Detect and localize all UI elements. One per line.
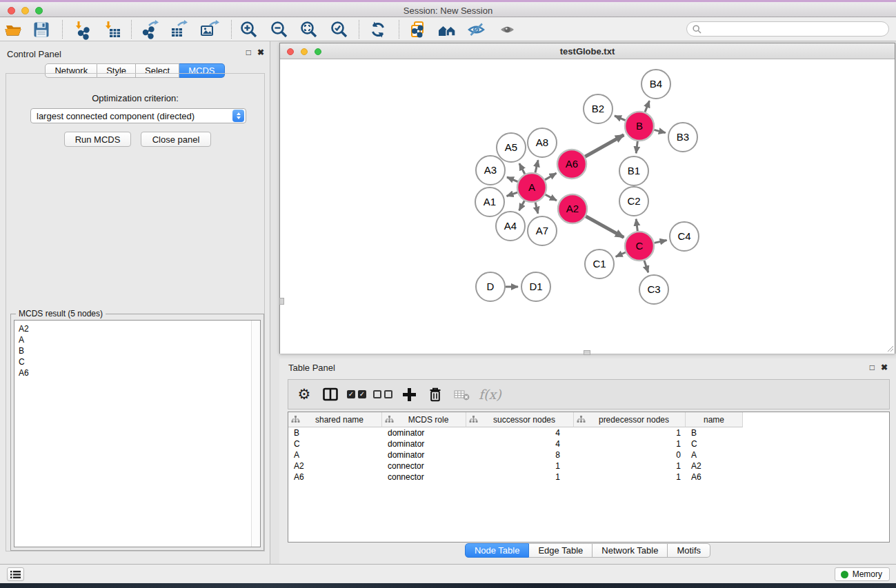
- refresh-layout-button[interactable]: [366, 19, 390, 39]
- graph-node-B4[interactable]: B4: [641, 70, 670, 99]
- table-row[interactable]: Cdominator41C: [288, 438, 889, 449]
- mcds-result-list[interactable]: A2ABCA6: [14, 320, 261, 547]
- edge-A2-C[interactable]: [586, 216, 624, 238]
- graph-node-B[interactable]: B: [625, 112, 654, 141]
- graph-node-A7[interactable]: A7: [528, 216, 557, 245]
- column-header-MCDS-role[interactable]: MCDS role: [382, 412, 466, 427]
- graph-node-B3[interactable]: B3: [668, 123, 697, 152]
- graph-node-A5[interactable]: A5: [497, 133, 526, 162]
- graph-node-B1[interactable]: B1: [619, 156, 648, 185]
- edge-B-B3[interactable]: [654, 130, 665, 132]
- graph-node-A3[interactable]: A3: [476, 156, 505, 185]
- function-builder-button[interactable]: f(x): [479, 387, 501, 402]
- graph-node-A2[interactable]: A2: [558, 194, 587, 223]
- edge-A-A1[interactable]: [507, 192, 518, 196]
- node-table[interactable]: shared name MCDS role successor nodes pr…: [288, 412, 890, 543]
- column-header-name[interactable]: name: [686, 412, 743, 427]
- edge-A-A2[interactable]: [545, 194, 557, 201]
- column-header-successor-nodes[interactable]: successor nodes: [466, 412, 574, 427]
- first-neighbors-button[interactable]: [435, 19, 459, 39]
- table-row[interactable]: Bdominator41B: [288, 427, 889, 438]
- window-resize-grip[interactable]: [886, 344, 894, 352]
- edge-A-A7[interactable]: [535, 202, 538, 213]
- optimization-criterion-dropdown[interactable]: largest connected component (directed): [30, 108, 246, 123]
- add-column-button[interactable]: [399, 383, 419, 406]
- deselect-all-button[interactable]: [372, 383, 393, 406]
- edge-B-B1[interactable]: [636, 141, 637, 153]
- edge-A-A6[interactable]: [545, 173, 557, 180]
- splitter-handle-left[interactable]: [279, 298, 284, 305]
- table-row[interactable]: A6connector11A6: [288, 472, 889, 483]
- select-all-button[interactable]: ✓✓: [346, 383, 367, 406]
- column-header-shared-name[interactable]: shared name: [288, 412, 382, 427]
- search-input[interactable]: [705, 24, 888, 34]
- table-row[interactable]: A2connector11A2: [288, 460, 889, 472]
- settings-button[interactable]: ⚙: [294, 383, 315, 406]
- tab-node-table[interactable]: Node Table: [465, 543, 530, 558]
- delete-column-button[interactable]: [425, 383, 446, 406]
- graph-node-C1[interactable]: C1: [585, 250, 614, 278]
- mcds-result-item[interactable]: A6: [19, 367, 260, 378]
- edge-A6-B[interactable]: [585, 135, 624, 157]
- network-window-titlebar[interactable]: testGlobe.txt: [280, 43, 895, 59]
- export-table-button[interactable]: [168, 19, 191, 39]
- run-mcds-button[interactable]: Run MCDS: [64, 132, 131, 147]
- edge-A-A3[interactable]: [507, 177, 518, 182]
- edge-A-A4[interactable]: [519, 201, 525, 210]
- edge-A-A5[interactable]: [519, 163, 525, 174]
- graph-node-A6[interactable]: A6: [557, 150, 586, 179]
- zoom-selected-button[interactable]: [328, 19, 351, 39]
- edge-B-B2[interactable]: [615, 116, 626, 121]
- tab-network-table[interactable]: Network Table: [593, 543, 668, 558]
- tab-edge-table[interactable]: Edge Table: [529, 543, 593, 558]
- zoom-in-button[interactable]: [237, 19, 261, 39]
- tab-motifs[interactable]: Motifs: [668, 543, 710, 558]
- network-canvas[interactable]: B4B2BB3A5A8A6A3B1AA1C2A2A4A7C4CC1C3DD1: [280, 60, 895, 354]
- task-history-button[interactable]: [7, 567, 24, 581]
- graph-node-A1[interactable]: A1: [475, 187, 504, 216]
- graph-node-C[interactable]: C: [625, 232, 654, 261]
- result-scrollbar[interactable]: [251, 321, 260, 547]
- save-session-button[interactable]: [30, 19, 53, 39]
- clone-network-button[interactable]: [406, 19, 430, 39]
- mcds-result-item[interactable]: B: [19, 345, 260, 356]
- edge-B-B4[interactable]: [645, 101, 649, 112]
- column-header-predecessor-nodes[interactable]: predecessor nodes: [574, 412, 686, 427]
- graph-node-C4[interactable]: C4: [670, 222, 699, 251]
- graph-node-C3[interactable]: C3: [639, 275, 668, 304]
- zoom-fit-button[interactable]: [297, 19, 321, 39]
- graph-node-A[interactable]: A: [517, 173, 546, 202]
- graph-node-A8[interactable]: A8: [528, 128, 557, 157]
- search-field[interactable]: [686, 21, 889, 37]
- splitter-handle-bottom[interactable]: [584, 350, 590, 355]
- show-all-button[interactable]: [496, 19, 519, 39]
- mcds-result-item[interactable]: A: [19, 334, 260, 345]
- delete-table-button[interactable]: [451, 383, 472, 406]
- float-panel-icon[interactable]: □: [870, 363, 875, 372]
- close-panel-icon[interactable]: ✖: [881, 363, 888, 372]
- edge-C-C1[interactable]: [616, 252, 626, 256]
- edge-C-C4[interactable]: [655, 240, 667, 243]
- export-network-button[interactable]: [139, 19, 162, 39]
- graph-node-D1[interactable]: D1: [521, 272, 550, 301]
- column-layout-button[interactable]: [320, 383, 341, 406]
- graph-node-C2[interactable]: C2: [619, 187, 648, 216]
- mcds-result-item[interactable]: C: [19, 356, 260, 367]
- edge-C-C2[interactable]: [636, 219, 637, 231]
- graph-node-B2[interactable]: B2: [584, 94, 613, 123]
- graph-node-D[interactable]: D: [476, 272, 505, 301]
- export-image-button[interactable]: [197, 19, 221, 39]
- graph-node-A4[interactable]: A4: [496, 212, 525, 241]
- hide-selected-button[interactable]: [465, 19, 488, 39]
- close-panel-button[interactable]: Close panel: [141, 132, 211, 147]
- zoom-out-button[interactable]: [268, 19, 291, 39]
- import-network-button[interactable]: [71, 19, 94, 39]
- float-panel-icon[interactable]: □: [246, 48, 251, 57]
- import-table-button[interactable]: [101, 19, 124, 39]
- memory-button[interactable]: Memory: [835, 567, 890, 581]
- edge-C-C3[interactable]: [644, 261, 648, 272]
- open-file-button[interactable]: [2, 19, 26, 39]
- edge-A-A8[interactable]: [535, 160, 538, 172]
- mcds-result-item[interactable]: A2: [19, 323, 260, 334]
- table-row[interactable]: Adominator80A: [288, 449, 889, 460]
